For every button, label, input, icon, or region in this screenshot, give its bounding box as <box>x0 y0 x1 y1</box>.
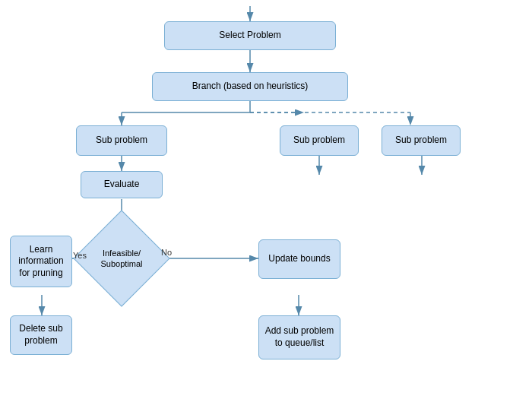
select-problem-label: Select Problem <box>219 30 280 42</box>
sub-problem-3-label: Sub problem <box>395 135 447 147</box>
infeasible-diamond: Infeasible/ Suboptimal <box>87 224 156 293</box>
update-bounds-label: Update bounds <box>268 253 330 265</box>
evaluate-node: Evaluate <box>81 171 163 198</box>
delete-label: Delete sub problem <box>15 323 67 347</box>
sub-problem-3-node: Sub problem <box>382 125 461 156</box>
add-queue-label: Add sub problem to queue/list <box>264 325 335 349</box>
update-bounds-node: Update bounds <box>258 239 340 279</box>
sub-problem-2-node: Sub problem <box>280 125 359 156</box>
branch-node: Branch (based on heuristics) <box>152 72 348 101</box>
sub-problem-1-label: Sub problem <box>96 135 147 147</box>
infeasible-label: Infeasible/ Suboptimal <box>95 248 148 270</box>
branch-label: Branch (based on heuristics) <box>192 81 309 93</box>
flowchart: Select Problem Branch (based on heuristi… <box>0 0 532 399</box>
learn-node: Learn information for pruning <box>10 236 72 287</box>
learn-label: Learn information for pruning <box>15 244 67 280</box>
evaluate-label: Evaluate <box>104 179 140 191</box>
no-label: No <box>161 248 172 257</box>
add-queue-node: Add sub problem to queue/list <box>258 315 340 359</box>
select-problem-node: Select Problem <box>164 21 336 50</box>
sub-problem-1-node: Sub problem <box>76 125 167 156</box>
delete-node: Delete sub problem <box>10 315 72 355</box>
sub-problem-2-label: Sub problem <box>293 135 345 147</box>
yes-label: Yes <box>73 251 87 260</box>
